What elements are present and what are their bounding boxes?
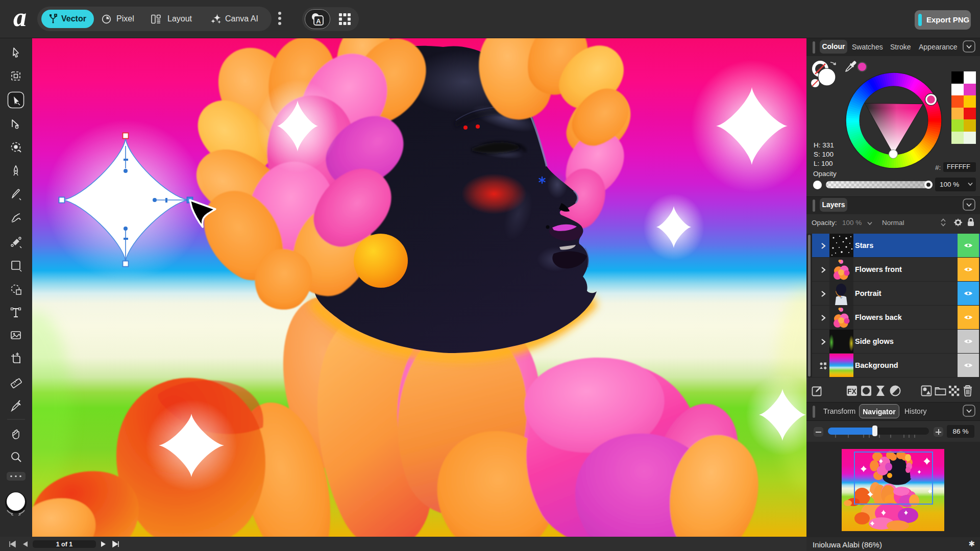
svg-text:H: 331: H: 331 <box>814 141 834 149</box>
svg-text:S: 100: S: 100 <box>814 151 834 158</box>
svg-text:L: 100: L: 100 <box>814 160 833 167</box>
svg-text:1 of 1: 1 of 1 <box>56 541 73 548</box>
svg-text:FX: FX <box>847 387 857 395</box>
svg-text:A: A <box>316 17 321 25</box>
